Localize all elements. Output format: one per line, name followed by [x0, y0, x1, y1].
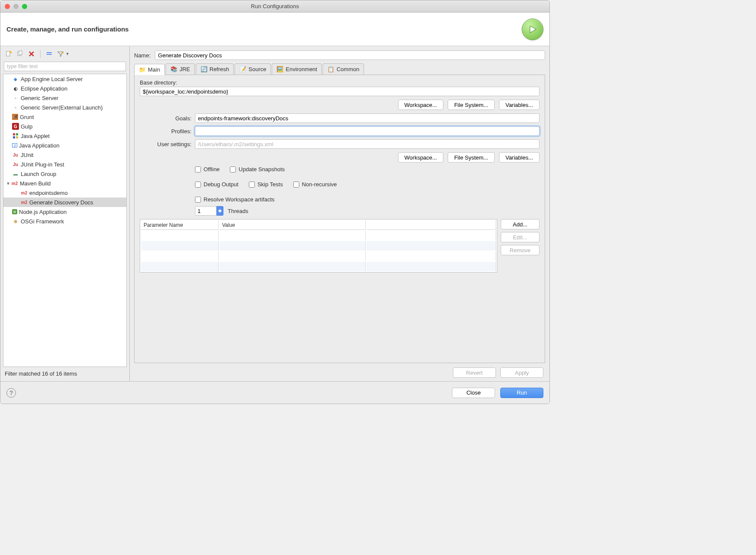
common-icon: 📋	[327, 66, 334, 73]
svg-rect-8	[13, 136, 15, 138]
svg-rect-4	[47, 52, 52, 53]
workspace-button[interactable]: Workspace...	[398, 100, 444, 110]
close-button[interactable]: Close	[452, 388, 495, 398]
spinner-arrows-icon[interactable]	[216, 206, 223, 216]
window-title: Run Configurations	[0, 3, 549, 9]
tree-item[interactable]: ▫Generic Server	[3, 93, 126, 103]
titlebar: Run Configurations	[0, 0, 549, 13]
goals-input[interactable]	[195, 113, 540, 123]
svg-rect-5	[47, 54, 52, 55]
tree-item[interactable]: JuJUnit	[3, 150, 126, 160]
sidebar-toolbar: ▼	[3, 49, 127, 62]
update-snapshots-check[interactable]: Update Snapshots	[230, 166, 285, 172]
usersettings-label: User settings:	[140, 141, 191, 147]
non-recursive-check[interactable]: Non-recursive	[293, 181, 337, 188]
skip-tests-check[interactable]: Skip Tests	[249, 181, 283, 188]
revert-button: Revert	[453, 367, 496, 378]
usersettings-input[interactable]	[195, 139, 540, 149]
tree-item[interactable]: JuJUnit Plug-in Test	[3, 160, 126, 169]
dialog-title: Create, manage, and run configurations	[6, 25, 129, 33]
svg-rect-9	[16, 136, 18, 138]
remove-button: Remove	[501, 245, 540, 255]
tree-item-maven-build[interactable]: ▼m2Maven Build	[3, 179, 126, 188]
col-param-value: Value	[220, 220, 366, 230]
profiles-label: Profiles:	[140, 128, 191, 135]
main-tab-content: Base directory: Workspace... File System…	[134, 75, 545, 363]
table-row[interactable]	[141, 262, 496, 271]
duplicate-config-icon[interactable]	[16, 50, 25, 58]
environment-icon: 🖼️	[276, 66, 283, 73]
workspace-button-2[interactable]: Workspace...	[398, 152, 444, 163]
table-row[interactable]	[141, 231, 496, 240]
tree-item[interactable]: nNode.js Application	[3, 207, 126, 216]
tree-item[interactable]: ◐Eclipse Application	[3, 84, 126, 93]
offline-check[interactable]: Offline	[195, 166, 220, 172]
tree-item[interactable]: GGulp	[3, 122, 126, 131]
filter-status: Filter matched 16 of 16 items	[3, 367, 127, 379]
tab-main[interactable]: 📁Main	[134, 64, 165, 75]
threads-label: Threads	[228, 208, 248, 214]
filesystem-button[interactable]: File System...	[448, 100, 495, 110]
filter-icon[interactable]	[56, 50, 65, 58]
svg-point-1	[10, 51, 12, 53]
filesystem-button-2[interactable]: File System...	[448, 152, 495, 163]
run-configurations-window: Run Configurations Create, manage, and r…	[0, 0, 550, 404]
tab-environment[interactable]: 🖼️Environment	[272, 63, 322, 75]
debug-output-check[interactable]: Debug Output	[195, 181, 238, 188]
config-tree[interactable]: ◈App Engine Local Server ◐Eclipse Applic…	[3, 74, 127, 367]
table-row[interactable]	[141, 251, 496, 261]
tab-jre[interactable]: 📚JRE	[166, 63, 195, 75]
tree-item[interactable]: JJava Application	[3, 141, 126, 150]
run-button[interactable]: Run	[500, 388, 543, 398]
svg-rect-3	[19, 51, 22, 55]
sidebar: ▼ ◈App Engine Local Server ◐Eclipse Appl…	[0, 46, 130, 381]
footer: ? Close Run	[0, 381, 549, 404]
col-param-name: Parameter Name	[141, 220, 219, 230]
detail-panel: Name: 📁Main 📚JRE 🔄Refresh 📝Source 🖼️Envi…	[130, 46, 549, 381]
tree-item[interactable]: ▬Launch Group	[3, 169, 126, 179]
tree-item-generate-discovery-docs[interactable]: m2Generate Discovery Docs	[3, 198, 126, 207]
tree-item-endpointsdemo[interactable]: m2endpointsdemo	[3, 188, 126, 198]
dialog-header: Create, manage, and run configurations	[0, 13, 549, 46]
config-name-input[interactable]	[155, 50, 545, 60]
folder-icon: 📁	[139, 66, 146, 73]
add-button[interactable]: Add...	[501, 219, 540, 229]
svg-rect-7	[16, 133, 18, 135]
svg-rect-0	[6, 51, 10, 56]
help-icon[interactable]: ?	[6, 388, 16, 398]
edit-button: Edit...	[501, 232, 540, 242]
tree-item[interactable]: 🐗Grunt	[3, 112, 126, 122]
collapse-all-icon[interactable]	[45, 50, 53, 58]
refresh-icon: 🔄	[201, 66, 207, 73]
threads-spinner[interactable]	[195, 206, 223, 216]
basedir-input[interactable]	[140, 87, 540, 96]
tab-refresh[interactable]: 🔄Refresh	[196, 63, 234, 75]
apply-button: Apply	[500, 367, 543, 378]
new-config-icon[interactable]	[5, 50, 13, 58]
variables-button[interactable]: Variables...	[499, 100, 540, 110]
filter-input[interactable]	[4, 62, 126, 71]
dropdown-arrow-icon[interactable]: ▼	[66, 52, 69, 56]
source-icon: 📝	[239, 66, 246, 73]
tab-source[interactable]: 📝Source	[235, 63, 271, 75]
parameters-table[interactable]: Parameter Name Value	[140, 219, 497, 273]
variables-button-2[interactable]: Variables...	[499, 152, 540, 163]
tree-item[interactable]: ◈App Engine Local Server	[3, 74, 126, 84]
threads-input[interactable]	[195, 206, 216, 216]
basedir-label: Base directory:	[140, 79, 540, 86]
tab-bar: 📁Main 📚JRE 🔄Refresh 📝Source 🖼️Environmen…	[134, 63, 545, 75]
name-label: Name:	[134, 52, 151, 59]
tree-item[interactable]: ▫Generic Server(External Launch)	[3, 103, 126, 112]
table-row[interactable]	[141, 241, 496, 251]
jre-icon: 📚	[170, 66, 177, 73]
tab-common[interactable]: 📋Common	[323, 63, 364, 75]
svg-rect-6	[13, 133, 15, 135]
tree-item[interactable]: Java Applet	[3, 131, 126, 141]
delete-config-icon[interactable]	[27, 50, 36, 58]
tree-item[interactable]: ⊕OSGi Framework	[3, 216, 126, 226]
run-icon	[522, 19, 543, 40]
resolve-workspace-check[interactable]: Resolve Workspace artifacts	[195, 196, 275, 203]
goals-label: Goals:	[140, 115, 191, 122]
profiles-input[interactable]	[195, 126, 540, 136]
